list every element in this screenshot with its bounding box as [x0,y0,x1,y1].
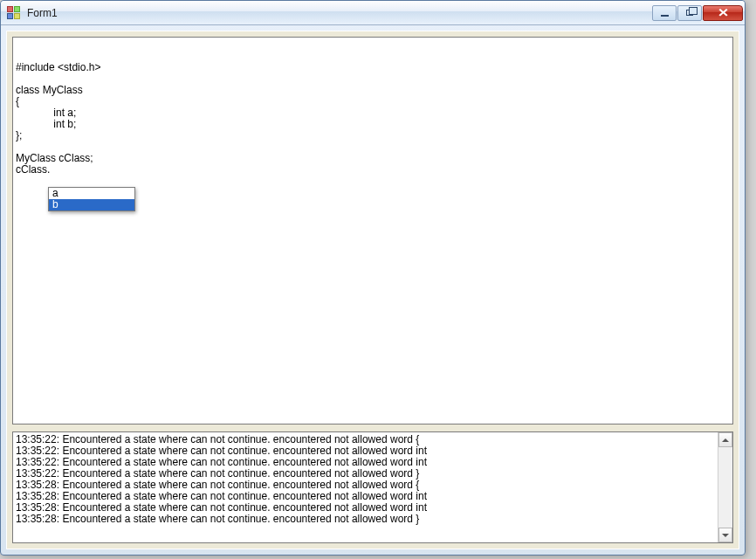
code-line[interactable]: }; [16,130,730,141]
close-icon: ✕ [717,6,728,19]
maximize-icon [686,10,693,16]
autocomplete-popup[interactable]: ab [48,187,135,211]
minimize-icon [661,15,669,17]
titlebar[interactable]: Form1 ✕ [1,1,745,25]
code-line[interactable]: MyClass cClass; [16,153,730,164]
close-button[interactable]: ✕ [703,5,743,21]
client-area: #include <stdio.h> class MyClass{ int a;… [6,31,739,549]
code-line[interactable]: class MyClass [16,85,730,96]
log-scrollbar[interactable] [718,432,732,542]
log-line: 13:35:28: Encountered a state where can … [16,491,714,502]
code-line[interactable]: int a; [16,107,730,119]
log-line: 13:35:22: Encountered a state where can … [16,445,714,457]
window-buttons: ✕ [652,5,743,21]
code-line[interactable]: cClass. [16,164,730,176]
autocomplete-item[interactable]: a [49,188,134,199]
code-line[interactable]: #include <stdio.h> [16,62,730,73]
window-frame: Form1 ✕ #include <stdio.h> class MyClass… [0,0,746,556]
window-title: Form1 [25,7,652,19]
scroll-down-button[interactable] [718,528,732,542]
log-line: 13:35:22: Encountered a state where can … [16,457,714,468]
maximize-button[interactable] [677,5,702,21]
chevron-up-icon [722,438,729,442]
log-line: 13:35:28: Encountered a state where can … [16,514,714,525]
log-line: 13:35:28: Encountered a state where can … [16,480,714,491]
code-line[interactable] [16,141,730,153]
scroll-track[interactable] [718,447,732,528]
code-line[interactable]: { [16,96,730,107]
code-editor[interactable]: #include <stdio.h> class MyClass{ int a;… [12,37,733,424]
log-line: 13:35:22: Encountered a state where can … [16,468,714,480]
log-pane[interactable]: 13:35:22: Encountered a state where can … [12,431,733,543]
log-line: 13:35:28: Encountered a state where can … [16,502,714,514]
scroll-up-button[interactable] [718,432,732,447]
minimize-button[interactable] [652,5,677,21]
chevron-down-icon [722,534,729,537]
autocomplete-item[interactable]: b [49,199,134,210]
log-line: 13:35:22: Encountered a state where can … [16,434,714,445]
code-line[interactable] [16,73,730,85]
code-line[interactable]: int b; [16,119,730,130]
app-icon [6,6,20,20]
